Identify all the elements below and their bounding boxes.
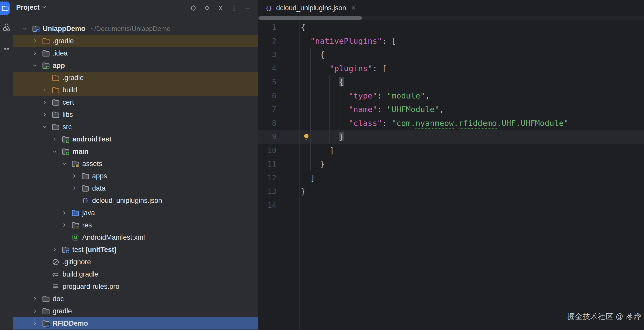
tree-item-label: java	[82, 209, 95, 217]
tree-row-data[interactable]: data	[13, 182, 258, 194]
chevron-down-icon[interactable]	[42, 121, 51, 133]
tree-row-app[interactable]: app	[13, 59, 258, 72]
tree-row-rfiddemo[interactable]: RFIDDemo	[13, 317, 258, 329]
tree-row-gradle[interactable]: gradle	[13, 305, 258, 317]
chevron-right-icon[interactable]	[32, 47, 42, 59]
chevron-right-icon[interactable]	[52, 133, 61, 145]
code-pane[interactable]: { "nativePlugins": [ { "plugins": [ { "t…	[299, 20, 644, 212]
tree-row-assets[interactable]: assets	[13, 158, 258, 170]
folder-icon	[42, 49, 50, 58]
tree-row-java[interactable]: java	[13, 207, 258, 219]
tree-row-build[interactable]: build	[13, 84, 258, 96]
tree-item-label: .gradle	[53, 37, 74, 45]
chevron-right-icon[interactable]	[61, 219, 71, 231]
svg-text:{}: {}	[265, 5, 272, 11]
tree-row-androidtest[interactable]: androidTest	[13, 133, 258, 145]
tree-item-label: src	[63, 123, 72, 131]
tree-row-apps[interactable]: apps	[13, 170, 258, 182]
twisty-spacer	[61, 231, 71, 244]
chevron-right-icon[interactable]	[32, 305, 42, 317]
tree-item-label: build.gradle	[63, 270, 98, 278]
project-tool-window-button[interactable]	[0, 2, 10, 15]
chevron-right-icon[interactable]	[32, 293, 42, 305]
tree-row-proguard-rules-pro[interactable]: proguard-rules.pro	[13, 280, 258, 293]
tree-item-label: assets	[82, 160, 102, 168]
folder-icon	[81, 172, 90, 180]
tree-item-label: data	[92, 184, 106, 192]
tab-scrollbar-track	[258, 16, 644, 20]
tree-item-label: doc	[53, 295, 64, 303]
chevron-down-icon[interactable]	[32, 59, 42, 72]
structure-tool-window-button[interactable]	[1, 22, 12, 33]
chevron-down-icon[interactable]	[22, 23, 32, 35]
tree-item-label: res	[82, 221, 92, 229]
tree-row-uniappdemo[interactable]: UniappDemo ~/Documents/UniappDemo	[13, 23, 258, 35]
code-line: "type": "module",	[299, 89, 644, 103]
code-editor[interactable]: 1234567891011121314{ "nativePlugins": [ …	[258, 20, 644, 330]
folder-icon	[61, 135, 70, 144]
line-number: 13	[258, 185, 299, 199]
project-view-switcher[interactable]: Project	[16, 4, 47, 12]
folder-icon	[71, 221, 80, 229]
project-panel: Project UniappDemo ~/Documents/UniappDem…	[13, 0, 258, 330]
tree-row-dcloud-uniplugins-json[interactable]: {}dcloud_uniplugins.json	[13, 194, 258, 207]
chevron-right-icon[interactable]	[71, 182, 81, 194]
chevron-right-icon[interactable]	[32, 317, 42, 329]
tree-row-res[interactable]: res	[13, 219, 258, 231]
code-line: }	[299, 185, 644, 199]
watermark: 掘金技术社区 @ 苳烨	[567, 312, 641, 322]
tree-row-main[interactable]: main	[13, 145, 258, 158]
tree-item-label: test	[72, 246, 84, 254]
json-icon: {}	[81, 196, 90, 205]
tree-row-cert[interactable]: cert	[13, 96, 258, 108]
tree-row-gradle[interactable]: .gradle	[13, 72, 258, 84]
chevron-right-icon[interactable]	[71, 170, 81, 182]
line-number: 2	[258, 34, 299, 48]
tree-row-src[interactable]: src	[13, 121, 258, 133]
chevron-right-icon[interactable]	[42, 108, 51, 121]
folder-icon	[51, 111, 60, 119]
collapse-all-icon[interactable]	[216, 4, 224, 12]
hide-panel-icon[interactable]	[244, 4, 251, 12]
code-line: }	[299, 157, 644, 171]
ide-window: Project UniappDemo ~/Documents/UniappDem…	[0, 0, 644, 330]
tree-row-idea[interactable]: .idea	[13, 47, 258, 59]
chevron-right-icon[interactable]	[32, 35, 42, 47]
intention-bulb-icon[interactable]	[302, 133, 310, 141]
expand-all-icon[interactable]	[203, 4, 211, 12]
editor-tab[interactable]: {} dcloud_uniplugins.json	[258, 0, 362, 16]
tree-item-label: .gradle	[63, 74, 84, 82]
tree-row-gradle[interactable]: .gradle	[13, 35, 258, 47]
tree-row-androidmanifest-xml[interactable]: MAndroidManifest.xml	[13, 231, 258, 244]
close-tab-icon[interactable]	[350, 5, 357, 11]
chevron-down-icon[interactable]	[52, 145, 61, 158]
chevron-right-icon[interactable]	[42, 84, 51, 96]
chevron-down-icon[interactable]	[61, 158, 71, 170]
tab-scrollbar-thumb[interactable]	[258, 16, 362, 20]
folder-icon	[42, 319, 50, 328]
more-tool-windows-button[interactable]	[1, 43, 12, 54]
locate-opened-file-icon[interactable]	[189, 4, 197, 12]
textlines-icon	[51, 282, 60, 291]
project-tree: UniappDemo ~/Documents/UniappDemo.gradle…	[13, 23, 258, 329]
folder-icon	[51, 123, 60, 131]
chevron-right-icon[interactable]	[52, 244, 61, 256]
tree-row-libs[interactable]: libs	[13, 108, 258, 121]
line-number: 11	[258, 157, 299, 171]
ignored-icon	[51, 258, 60, 266]
tree-item-label: cert	[63, 98, 74, 106]
tree-item-label: proguard-rules.pro	[63, 283, 119, 291]
tree-item-label: gradle	[53, 307, 72, 315]
twisty-spacer	[71, 194, 81, 207]
tree-row-doc[interactable]: doc	[13, 293, 258, 305]
tree-row-test[interactable]: test [unitTest]	[13, 244, 258, 256]
tree-row-gitignore[interactable]: .gitignore	[13, 256, 258, 268]
twisty-spacer	[42, 268, 51, 280]
code-line: "nativePlugins": [	[299, 34, 644, 48]
chevron-right-icon[interactable]	[61, 207, 71, 219]
tree-row-build-gradle[interactable]: build.gradle	[13, 268, 258, 280]
chevron-right-icon[interactable]	[42, 96, 51, 108]
folder-icon	[42, 295, 50, 303]
more-options-icon[interactable]	[230, 4, 238, 12]
code-line: "name": "UHFModule",	[299, 103, 644, 116]
